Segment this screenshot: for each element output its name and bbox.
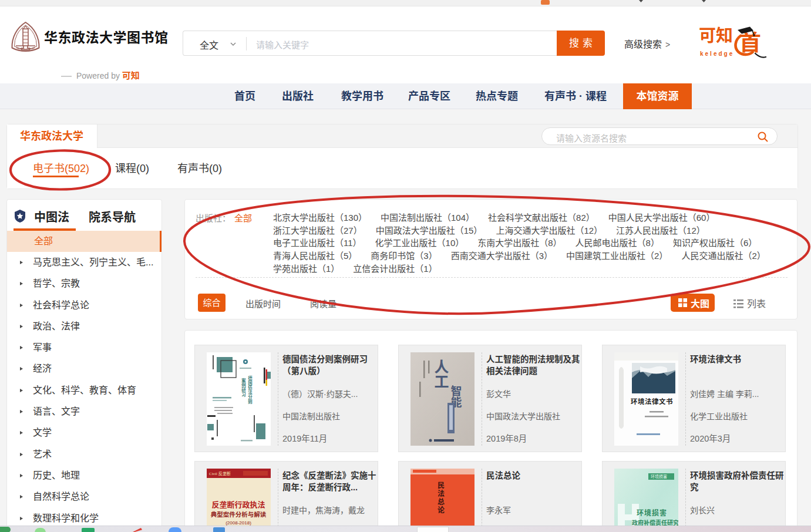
svg-text:典型案件分析与解读: 典型案件分析与解读	[211, 510, 267, 518]
svg-text:民法总论: 民法总论	[436, 482, 446, 514]
svg-text:德国债法分则: 德国债法分则	[247, 375, 254, 405]
svg-text:Civil 反垄断: Civil 反垄断	[209, 470, 231, 476]
svg-text:环境损害: 环境损害	[637, 507, 667, 517]
svg-text:环境法律文书: 环境法律文书	[631, 396, 673, 406]
svg-text:(2008-2018): (2008-2018)	[226, 520, 251, 526]
svg-text:人工: 人工	[431, 359, 452, 389]
svg-text:反垄断行政执法: 反垄断行政执法	[211, 499, 265, 510]
svg-text:案例研习: 案例研习	[241, 378, 247, 398]
svg-text:环境损害: 环境损害	[651, 473, 667, 479]
